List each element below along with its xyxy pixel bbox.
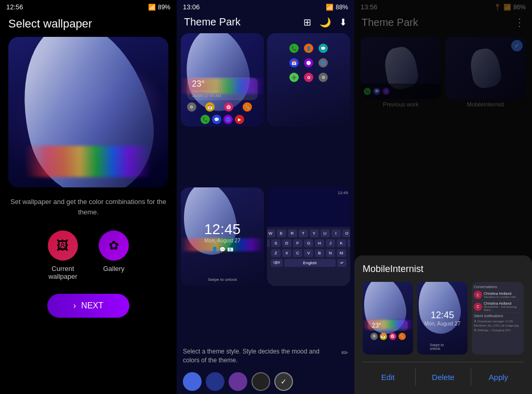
key-h: H [315, 239, 324, 247]
theme-park-title: Theme Park [184, 16, 241, 28]
app-icons-grid: 📞 👤 💬 📅 🕐 🌀 ➕ ✿ ⚙ [289, 44, 328, 82]
status-bar-2: 13:06 📶 88% [177, 0, 354, 14]
style-black[interactable] [251, 372, 270, 391]
lock-notification-icons: 👤 💬 📧 [211, 247, 233, 252]
grid-icon[interactable]: ⊞ [303, 17, 311, 28]
next-button[interactable]: › NEXT [47, 294, 129, 318]
lock-screen-preview[interactable]: 12:45 Mon, August 27 👤 💬 📧 Swipe to unlo… [181, 187, 264, 286]
edit-style-icon[interactable]: ✏ [341, 347, 348, 359]
divider-1 [415, 369, 416, 386]
key-s: S [271, 239, 281, 247]
key-x: X [282, 249, 291, 257]
current-wallpaper-label: Currentwallpaper [48, 265, 77, 280]
style-blue[interactable] [183, 372, 202, 391]
chat-icon: 💬 [318, 44, 328, 53]
wallpaper-rainbow [8, 146, 168, 177]
key-space: English [284, 259, 336, 267]
notification-list: Conversations C Christina Holland Vacati… [472, 282, 524, 355]
notif-item-1: C Christina Holland Vacation in London w… [474, 290, 522, 301]
home-screen-preview[interactable]: 23° San Francisco24/09 12:45 AM ⚙ 📅 🌸 🔧 … [181, 33, 264, 127]
panel-theme-select: 13:56 📍 📶 86% Theme Park ⋮ 📞 💬 🌐 Previ [354, 0, 532, 394]
wallpaper-options: 🖼 Currentwallpaper ✿ Gallery [0, 225, 177, 286]
time-2: 13:06 [183, 3, 200, 11]
notif-download: ⬇ Download manager 11:55 [474, 319, 522, 323]
panel-theme-park: 13:06 📶 88% Theme Park ⊞ 🌙 ⬇ 23° San Fra… [177, 0, 354, 394]
signal-icon: 📶 [326, 4, 334, 11]
delete-button[interactable]: Delete [418, 369, 468, 386]
key-g: G [304, 239, 313, 247]
modal-dock: ⚙ 📅 🌸 🔧 [370, 333, 406, 340]
key-o: O [342, 229, 351, 237]
modal-tools: 🔧 [398, 333, 406, 340]
panel-select-wallpaper: 12:56 📶 89% Select wallpaper Set wallpap… [0, 0, 177, 394]
settings-app-icon: ⚙ [318, 73, 328, 82]
phone-app-icon: 📞 [289, 44, 299, 53]
notif-avatar-2: C [474, 303, 482, 311]
key-m: M [337, 249, 346, 257]
key-e: E [277, 229, 286, 237]
style-dark[interactable] [274, 372, 293, 391]
notif-silent: Silent notifications [474, 313, 522, 319]
app-drawer-preview[interactable]: 📞 👤 💬 📅 🕐 🌀 ➕ ✿ ⚙ [267, 33, 350, 127]
next-chevron-icon: › [73, 301, 76, 310]
contacts-icon: 👤 [304, 44, 313, 53]
modal-settings: ⚙ [370, 333, 378, 340]
keyboard-screen-preview[interactable]: 12:45 Q W E R T Y U I O P A S D [267, 187, 350, 286]
key-n: N [326, 249, 335, 257]
wallpaper-preview [8, 37, 168, 187]
key-symbols: !@# [271, 259, 283, 267]
weather-widget: 23° San Francisco24/09 12:45 AM [187, 77, 258, 100]
modal-gallery: 🌸 [389, 333, 396, 340]
divider-2 [471, 369, 471, 386]
key-v: V [304, 249, 313, 257]
key-i: I [331, 229, 341, 237]
browser-icon: 🌐 [223, 115, 233, 124]
notif-members: Members list_US3_lat image.jpg [474, 323, 522, 328]
key-f: F [293, 239, 302, 247]
wifi-icon: 📶 [148, 4, 156, 11]
phone-screens-grid: 23° San Francisco24/09 12:45 AM ⚙ 📅 🌸 🔧 … [177, 33, 354, 343]
key-a: A [267, 239, 270, 247]
tools-icon: 🔧 [243, 102, 252, 112]
notif-text-2: Christina Holland Wunderlist - Introduci… [484, 302, 522, 311]
keyboard-area: Q W E R T Y U I O P A S D F G H [267, 227, 350, 286]
apply-button[interactable]: Apply [473, 369, 524, 386]
style-purple[interactable] [229, 372, 247, 391]
key-l: L [348, 239, 350, 247]
modal-notification-preview: Conversations C Christina Holland Vacati… [472, 282, 524, 355]
swipe-to-unlock: Swipe to unlock [208, 277, 237, 282]
modal-card: MobileInternist 23° ⚙ 📅 🌸 🔧 [354, 255, 532, 394]
option-current-wallpaper[interactable]: 🖼 Currentwallpaper [48, 230, 78, 280]
header-actions: ⊞ 🌙 ⬇ [303, 17, 347, 28]
option-gallery[interactable]: ✿ Gallery [99, 230, 129, 280]
keyboard-row-3: Z X C V B N M [269, 248, 349, 258]
clock-icon: 🕐 [304, 58, 313, 67]
download-icon[interactable]: ⬇ [339, 17, 347, 28]
notif-header: Conversations [474, 284, 522, 290]
keyboard-row-1: Q W E R T Y U I O P [269, 228, 349, 238]
dock-row: 📞 💬 🌐 ▶ [201, 115, 244, 124]
edit-button[interactable]: Edit [363, 369, 413, 386]
style-circles [177, 369, 354, 394]
modal-home-widgets: 23° ⚙ 📅 🌸 🔧 [363, 320, 413, 340]
weather-temp: 23° [192, 79, 253, 89]
weather-location: San Francisco24/09 12:45 AM [192, 89, 253, 98]
current-wallpaper-icon: 🖼 [48, 230, 78, 261]
settings-icon: ⚙ [187, 102, 196, 112]
gallery-label: Gallery [103, 265, 124, 273]
key-j: J [326, 239, 335, 247]
moon-icon[interactable]: 🌙 [320, 17, 331, 28]
key-b: B [315, 249, 324, 257]
keyboard-row-2: A S D F G H J K L [269, 238, 349, 248]
style-dark-blue[interactable] [206, 372, 224, 391]
key-r: R [288, 229, 297, 237]
key-z: Z [271, 249, 281, 257]
message-icon: 💬 [212, 115, 221, 124]
status-icons-1: 📶 89% [148, 4, 170, 11]
flower-icon: ✿ [304, 73, 313, 82]
gallery-app-icon: 🌸 [224, 102, 233, 112]
notif-msg-1: Vacation in London will... [484, 295, 522, 298]
status-bar-1: 12:56 📶 89% [0, 0, 177, 14]
notif-avatar-1: C [474, 291, 482, 299]
battery-label-1: 89% [158, 4, 170, 11]
